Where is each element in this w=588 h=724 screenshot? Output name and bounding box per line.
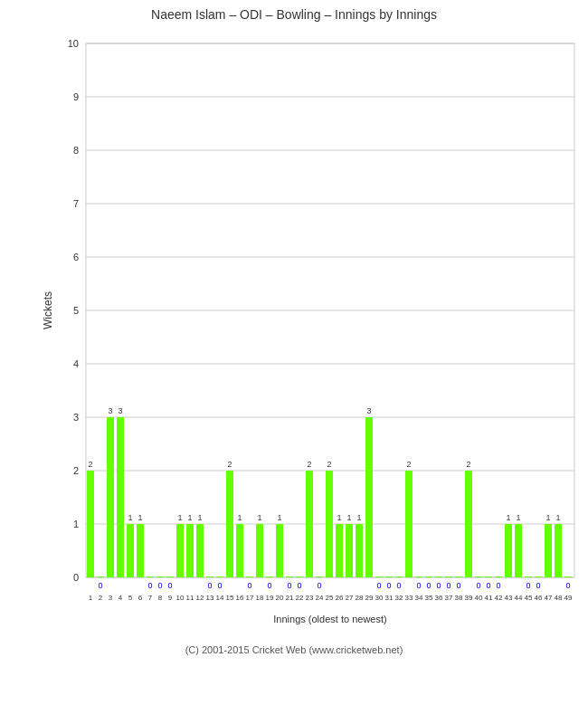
svg-text:16: 16 [236,594,244,602]
bars-group: 2 0 3 3 1 1 0 [87,406,572,590]
svg-text:48: 48 [555,594,563,602]
svg-rect-120 [564,576,572,577]
svg-text:3: 3 [118,406,122,415]
svg-text:45: 45 [525,594,533,602]
svg-text:31: 31 [385,594,394,602]
svg-text:1: 1 [506,513,510,522]
svg-text:28: 28 [356,594,364,602]
svg-text:3: 3 [108,406,112,415]
svg-text:Innings (oldest to newest): Innings (oldest to newest) [273,614,386,624]
svg-text:15: 15 [226,594,234,602]
svg-text:1: 1 [197,513,202,522]
svg-text:2: 2 [88,460,92,469]
svg-text:1: 1 [257,513,261,522]
svg-rect-106 [495,576,502,577]
svg-rect-110 [515,524,522,577]
svg-rect-66 [296,576,303,577]
svg-text:2: 2 [307,460,311,469]
svg-text:35: 35 [425,594,433,602]
svg-rect-70 [316,576,323,577]
svg-text:1: 1 [187,513,192,522]
chart-svg: 0 1 2 3 4 5 6 7 8 9 10 Wickets [41,25,583,641]
svg-text:5: 5 [73,305,79,316]
svg-text:44: 44 [515,594,523,602]
svg-text:42: 42 [495,594,503,602]
svg-text:0: 0 [167,581,172,590]
svg-rect-78 [356,524,363,577]
svg-rect-92 [425,576,432,577]
svg-text:0: 0 [386,581,391,590]
svg-rect-60 [266,576,273,577]
svg-text:0: 0 [157,581,162,590]
svg-rect-28 [107,417,114,577]
svg-text:26: 26 [336,594,344,602]
svg-rect-34 [137,524,144,577]
svg-text:0: 0 [436,581,441,590]
svg-text:3: 3 [109,594,113,602]
svg-text:8: 8 [73,145,79,156]
svg-text:2: 2 [466,460,470,469]
svg-rect-80 [365,417,373,577]
svg-rect-50 [216,576,223,577]
svg-text:29: 29 [365,594,374,602]
svg-text:1: 1 [237,513,242,522]
svg-text:37: 37 [445,594,453,602]
svg-text:19: 19 [266,594,274,602]
svg-rect-112 [525,576,532,577]
svg-text:0: 0 [98,581,102,590]
svg-rect-30 [117,417,124,577]
svg-text:0: 0 [456,581,460,590]
svg-text:1: 1 [89,594,93,602]
svg-text:10: 10 [176,594,185,602]
svg-rect-74 [336,524,343,577]
svg-text:46: 46 [535,594,543,602]
svg-text:0: 0 [526,581,530,590]
svg-text:1: 1 [73,519,79,529]
svg-text:1: 1 [545,513,550,522]
svg-text:30: 30 [375,594,384,602]
svg-text:17: 17 [246,594,254,602]
svg-rect-88 [405,471,413,577]
svg-text:23: 23 [306,594,314,602]
svg-text:7: 7 [148,594,153,602]
svg-text:0: 0 [217,581,222,590]
svg-rect-56 [246,576,253,577]
svg-text:0: 0 [496,581,500,590]
svg-text:3: 3 [366,406,371,415]
svg-text:1: 1 [516,513,520,522]
copyright-text: (C) 2001-2015 Cricket Web (www.cricketwe… [185,644,403,655]
svg-text:Wickets: Wickets [42,291,54,329]
svg-text:8: 8 [158,594,163,602]
svg-rect-58 [256,524,263,577]
svg-text:9: 9 [168,594,173,602]
svg-rect-40 [166,576,174,577]
svg-text:43: 43 [505,594,513,602]
svg-rect-32 [127,524,134,577]
svg-text:10: 10 [68,38,79,49]
svg-text:4: 4 [73,358,79,369]
svg-rect-24 [87,471,94,577]
svg-text:1: 1 [337,513,341,522]
svg-rect-102 [475,576,482,577]
svg-rect-90 [415,576,422,577]
svg-text:2: 2 [73,465,79,476]
svg-rect-84 [385,576,393,577]
svg-text:0: 0 [416,581,421,590]
svg-text:40: 40 [475,594,483,602]
svg-text:32: 32 [395,594,403,602]
svg-text:14: 14 [216,594,224,602]
svg-text:0: 0 [287,581,291,590]
svg-text:2: 2 [227,460,232,469]
svg-rect-82 [375,576,383,577]
svg-text:0: 0 [267,581,271,590]
svg-rect-68 [306,471,313,577]
svg-text:12: 12 [196,594,204,602]
svg-rect-38 [156,576,164,577]
svg-text:0: 0 [426,581,431,590]
svg-rect-46 [196,524,204,577]
svg-rect-104 [485,576,492,577]
svg-text:2: 2 [327,460,331,469]
svg-rect-72 [326,471,333,577]
chart-title: Naeem Islam – ODI – Bowling – Innings by… [151,7,437,22]
svg-text:2: 2 [406,460,411,469]
